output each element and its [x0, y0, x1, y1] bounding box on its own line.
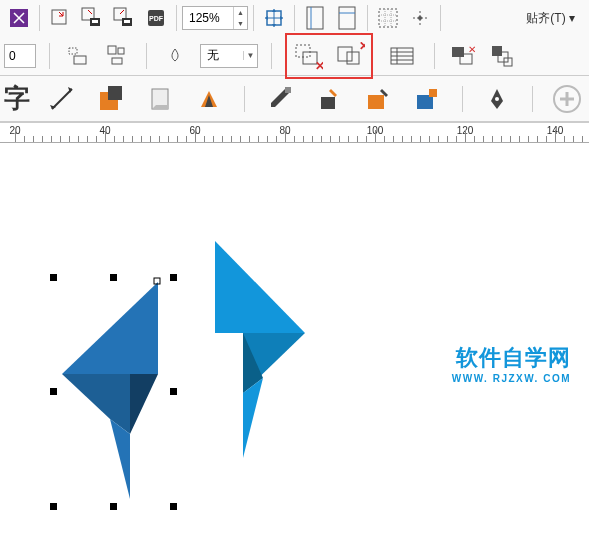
divider: [244, 86, 245, 112]
simplify-wireframe-button[interactable]: ✕: [289, 37, 327, 75]
svg-marker-52: [130, 374, 158, 434]
shape-page-icon[interactable]: [142, 80, 177, 118]
svg-line-39: [52, 89, 72, 109]
svg-rect-20: [118, 48, 124, 54]
divider: [146, 43, 147, 69]
divider: [176, 5, 177, 31]
svg-marker-51: [62, 374, 130, 434]
plus-icon[interactable]: [550, 80, 585, 118]
fill-orange-icon[interactable]: [360, 80, 395, 118]
distribute-icon[interactable]: [103, 41, 133, 71]
shape-square-icon[interactable]: [93, 80, 128, 118]
watermark-main: 软件自学网: [452, 343, 571, 373]
divider: [294, 5, 295, 31]
svg-rect-18: [74, 56, 86, 64]
pan-icon[interactable]: [259, 3, 289, 33]
svg-rect-17: [69, 48, 77, 54]
svg-rect-13: [339, 7, 355, 29]
svg-text:✕: ✕: [359, 42, 365, 53]
coord-input[interactable]: 0: [4, 44, 36, 68]
svg-rect-45: [368, 95, 384, 109]
eyedropper-icon[interactable]: [262, 80, 297, 118]
outline-dropdown[interactable]: ▼: [243, 51, 257, 60]
divider: [39, 5, 40, 31]
group-horiz-icon[interactable]: ✕: [448, 41, 478, 71]
gallery-icon[interactable]: [383, 37, 421, 75]
svg-rect-47: [429, 89, 437, 97]
fill-square-icon[interactable]: [311, 80, 346, 118]
coord-value: 0: [9, 49, 16, 63]
svg-rect-43: [285, 87, 291, 93]
zoom-value: 125%: [183, 11, 233, 25]
svg-point-16: [418, 16, 422, 20]
export-save-icon[interactable]: [77, 3, 107, 33]
divider: [440, 5, 441, 31]
outline-width-combo[interactable]: 无 ▼: [200, 44, 258, 68]
svg-rect-4: [92, 20, 98, 23]
guide-h-icon[interactable]: [332, 3, 362, 33]
fill-blue-icon[interactable]: [409, 80, 444, 118]
svg-rect-33: [452, 47, 464, 57]
watermark-sub: WWW. RJZXW. COM: [452, 373, 571, 384]
snap-point-icon[interactable]: [405, 3, 435, 33]
zoom-steppers[interactable]: ▲▼: [233, 7, 247, 29]
svg-rect-15: [379, 9, 397, 27]
svg-text:PDF: PDF: [149, 15, 164, 22]
divider: [253, 5, 254, 31]
svg-rect-11: [307, 7, 323, 29]
svg-rect-21: [112, 58, 122, 64]
divider: [271, 43, 272, 69]
svg-marker-55: [215, 241, 305, 333]
zoom-combo[interactable]: 125% ▲▼: [182, 6, 248, 30]
svg-rect-25: [338, 47, 352, 61]
svg-rect-36: [492, 46, 502, 56]
svg-point-48: [495, 97, 499, 101]
outline-value: 无: [201, 47, 243, 64]
svg-marker-50: [62, 282, 158, 374]
svg-rect-46: [417, 95, 433, 109]
svg-rect-7: [124, 20, 130, 23]
horizontal-ruler: // ticks added by binder below 204060801…: [0, 123, 589, 143]
grid-icon[interactable]: [373, 3, 403, 33]
svg-rect-44: [321, 97, 335, 109]
group-vert-icon[interactable]: [488, 41, 518, 71]
divider: [434, 43, 435, 69]
remove-selection-button[interactable]: ✕: [331, 37, 369, 75]
selected-shape-left[interactable]: [50, 274, 180, 509]
snap-menu[interactable]: 贴齐(T) ▾: [526, 10, 575, 27]
align-icon[interactable]: [63, 41, 93, 71]
divider: [532, 86, 533, 112]
canvas-area[interactable]: ✕ 软件自学网 WWW. RJZXW. COM: [0, 143, 589, 553]
svg-rect-41: [108, 86, 122, 100]
warp-icon[interactable]: [192, 80, 227, 118]
pdf-icon[interactable]: PDF: [141, 3, 171, 33]
divider: [49, 43, 50, 69]
pen-tool-icon[interactable]: [480, 80, 515, 118]
divider: [462, 86, 463, 112]
shape-right[interactable]: [195, 233, 325, 468]
svg-rect-26: [347, 52, 359, 64]
pen-drop-icon[interactable]: [160, 41, 190, 71]
watermark: 软件自学网 WWW. RJZXW. COM: [452, 343, 571, 384]
svg-text:✕: ✕: [315, 59, 323, 70]
guide-v-icon[interactable]: [300, 3, 330, 33]
svg-text:✕: ✕: [468, 44, 476, 55]
purple-app-icon[interactable]: [4, 3, 34, 33]
svg-rect-19: [108, 46, 116, 54]
line-arrows-icon[interactable]: [44, 80, 79, 118]
export-save2-icon[interactable]: [109, 3, 139, 33]
divider: [367, 5, 368, 31]
text-tool-icon[interactable]: 字: [4, 81, 30, 116]
highlighted-tools-group: ✕ ✕: [285, 33, 373, 79]
export-icon[interactable]: [45, 3, 75, 33]
